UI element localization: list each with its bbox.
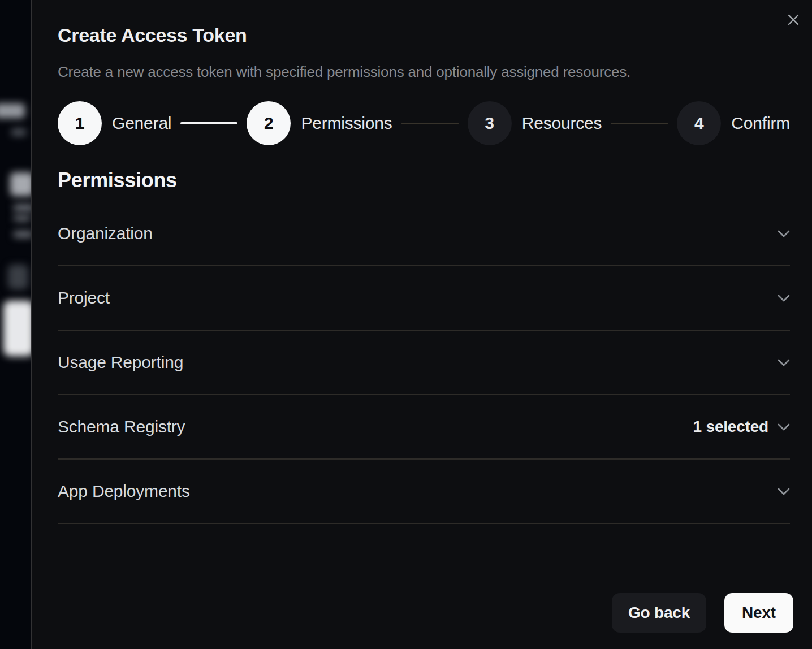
blurred-text-line xyxy=(14,231,31,237)
step-number-circle: 4 xyxy=(677,101,721,145)
step-permissions[interactable]: 2 Permissions xyxy=(247,101,392,145)
blurred-icon-blob xyxy=(10,172,31,196)
accordion-label: Project xyxy=(58,288,110,308)
step-label: Permissions xyxy=(301,114,392,133)
step-connector-upcoming xyxy=(401,123,459,124)
step-label: General xyxy=(112,114,171,133)
step-resources[interactable]: 3 Resources xyxy=(468,101,602,145)
chevron-down-icon xyxy=(778,423,790,431)
step-number-circle: 3 xyxy=(468,101,512,145)
step-general[interactable]: 1 General xyxy=(58,101,171,145)
close-button[interactable] xyxy=(785,12,801,28)
blurred-text-line xyxy=(14,215,31,221)
selected-count-badge: 1 selected xyxy=(693,418,768,436)
step-label: Confirm xyxy=(731,114,790,133)
chevron-down-icon xyxy=(778,230,790,237)
blurred-text-blob xyxy=(11,129,26,136)
accordion-app-deployments[interactable]: App Deployments xyxy=(58,460,790,524)
permissions-heading: Permissions xyxy=(58,170,790,191)
dialog-subtitle: Create a new access token with specified… xyxy=(58,63,790,80)
blurred-icon-blob xyxy=(8,265,28,289)
background-page-blurred xyxy=(0,0,31,649)
chevron-down-icon xyxy=(778,295,790,302)
close-icon xyxy=(787,13,800,27)
blurred-text-blob xyxy=(0,103,25,118)
dialog-footer: Go back Next xyxy=(612,593,793,633)
accordion-label: Organization xyxy=(58,224,153,243)
accordion-label: Usage Reporting xyxy=(58,353,183,372)
step-confirm[interactable]: 4 Confirm xyxy=(677,101,790,145)
blurred-button-blob xyxy=(3,301,31,356)
accordion-usage-reporting[interactable]: Usage Reporting xyxy=(58,331,790,395)
step-number-circle: 2 xyxy=(247,101,291,145)
next-button[interactable]: Next xyxy=(724,593,793,633)
wizard-stepper: 1 General 2 Permissions 3 Resources 4 Co… xyxy=(58,101,790,145)
step-label: Resources xyxy=(522,114,602,133)
go-back-button[interactable]: Go back xyxy=(612,593,706,633)
accordion-project[interactable]: Project xyxy=(58,266,790,331)
accordion-label: App Deployments xyxy=(58,482,190,501)
dialog-title: Create Access Token xyxy=(58,24,790,46)
accordion-schema-registry[interactable]: Schema Registry 1 selected xyxy=(58,395,790,460)
step-connector-upcoming xyxy=(611,123,668,124)
accordion-organization[interactable]: Organization xyxy=(58,202,790,266)
blurred-text-line xyxy=(14,205,31,211)
accordion-label: Schema Registry xyxy=(58,417,185,436)
create-access-token-dialog: Create Access Token Create a new access … xyxy=(31,0,812,649)
step-connector-complete xyxy=(180,122,237,124)
step-number-circle: 1 xyxy=(58,101,102,145)
chevron-down-icon xyxy=(778,359,790,366)
chevron-down-icon xyxy=(778,488,790,495)
permissions-accordion-list: Organization Project Usage Reporting xyxy=(58,202,790,524)
